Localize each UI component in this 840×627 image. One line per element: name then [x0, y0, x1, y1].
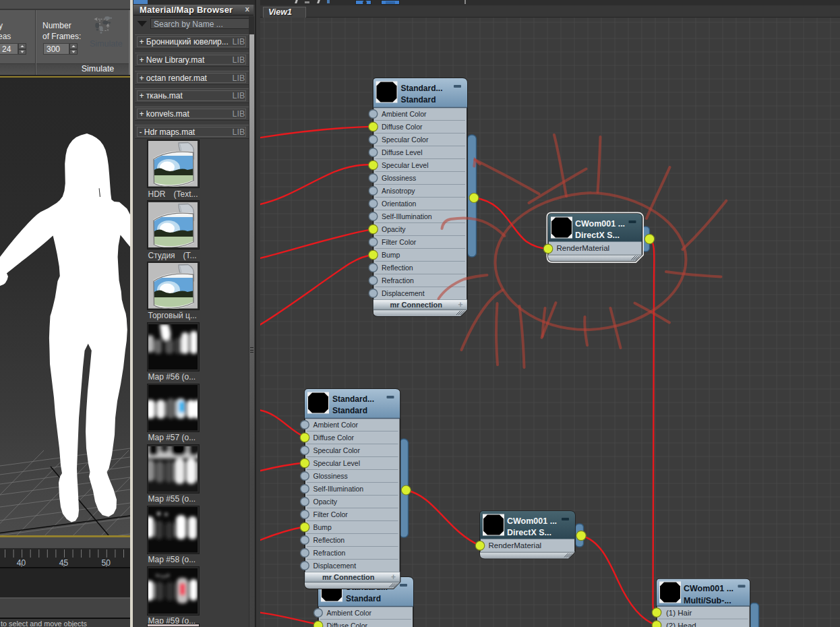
svg-text:Bump: Bump: [382, 251, 400, 259]
svg-text:Multi/Sub-...: Multi/Sub-...: [684, 596, 731, 605]
svg-text:Bump: Bump: [313, 523, 332, 531]
svg-text:Diffuse Level: Diffuse Level: [382, 148, 423, 156]
svg-text:Diffuse Color: Diffuse Color: [326, 622, 367, 627]
svg-text:Anisotropy: Anisotropy: [382, 187, 415, 195]
svg-text:Glossiness: Glossiness: [382, 174, 416, 182]
svg-text:Opacity: Opacity: [382, 225, 406, 233]
svg-text:Reflection: Reflection: [313, 536, 344, 544]
svg-text:Displacement: Displacement: [313, 562, 356, 570]
svg-text:DirectX S...: DirectX S...: [575, 231, 620, 240]
svg-text:Ambient Color: Ambient Color: [382, 110, 427, 118]
svg-text:Specular Level: Specular Level: [382, 161, 428, 169]
svg-text:(2) Head: (2) Head: [666, 622, 696, 627]
svg-text:Diffuse Color: Diffuse Color: [382, 123, 423, 131]
svg-text:Ambient Color: Ambient Color: [326, 609, 371, 617]
svg-text:mr Connection: mr Connection: [322, 573, 374, 581]
svg-text:Filter Color: Filter Color: [313, 510, 348, 518]
svg-text:Standard: Standard: [346, 594, 381, 603]
svg-text:Refraction: Refraction: [382, 276, 414, 285]
svg-text:Standard: Standard: [400, 95, 436, 104]
svg-text:Standard...: Standard...: [332, 394, 374, 404]
svg-text:+: +: [458, 300, 462, 309]
svg-text:Displacement: Displacement: [382, 289, 425, 297]
svg-text:Orientation: Orientation: [382, 200, 417, 208]
svg-text:Self-Illumination: Self-Illumination: [382, 212, 432, 220]
svg-text:+: +: [390, 572, 395, 582]
svg-text:RenderMaterial: RenderMaterial: [488, 541, 541, 549]
svg-text:CWom001 ...: CWom001 ...: [575, 219, 625, 229]
svg-text:Specular Level: Specular Level: [313, 459, 359, 467]
svg-text:Self-Illumination: Self-Illumination: [313, 485, 363, 493]
svg-text:Glossiness: Glossiness: [313, 472, 347, 480]
svg-text:Standard...: Standard...: [400, 84, 442, 93]
svg-text:Filter Color: Filter Color: [382, 238, 417, 246]
svg-text:Reflection: Reflection: [382, 264, 413, 272]
svg-text:Diffuse Color: Diffuse Color: [313, 434, 354, 442]
svg-text:RenderMaterial: RenderMaterial: [556, 244, 609, 252]
svg-text:Specular Color: Specular Color: [382, 136, 429, 144]
svg-text:Standard: Standard: [332, 406, 367, 415]
svg-text:CWom001 ...: CWom001 ...: [507, 516, 557, 526]
svg-text:Ambient Color: Ambient Color: [313, 421, 358, 429]
svg-text:(1) Hair: (1) Hair: [666, 609, 692, 617]
svg-text:DirectX S...: DirectX S...: [507, 528, 551, 537]
svg-text:CWom001 ...: CWom001 ...: [684, 584, 733, 593]
svg-text:Opacity: Opacity: [313, 498, 337, 506]
svg-text:Specular Color: Specular Color: [313, 446, 360, 454]
svg-text:mr Connection: mr Connection: [390, 301, 442, 309]
svg-text:Refraction: Refraction: [313, 549, 345, 557]
